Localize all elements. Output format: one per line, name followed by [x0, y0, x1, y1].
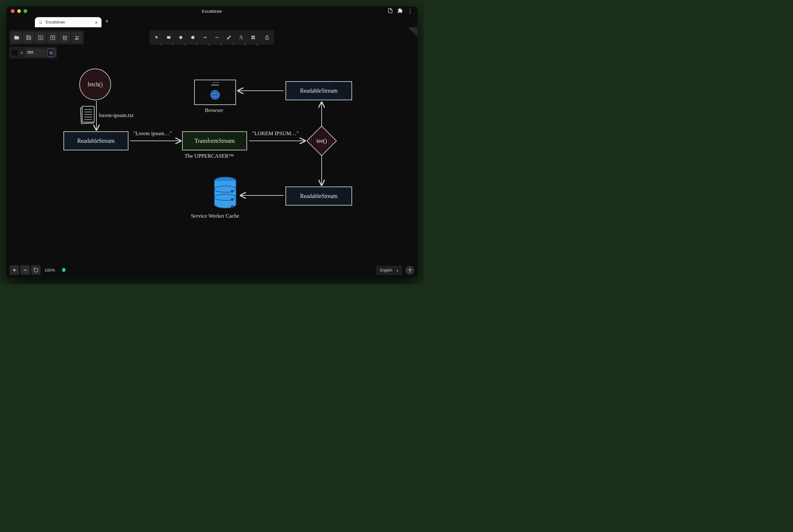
- svg-point-21: [231, 198, 233, 201]
- tab-close-button[interactable]: ×: [95, 20, 98, 25]
- node-fetch[interactable]: fetch(): [79, 69, 111, 100]
- collaborate-button[interactable]: [71, 32, 82, 43]
- svg-point-2: [76, 36, 77, 37]
- draw-tool[interactable]: 7: [224, 32, 234, 43]
- node-tee[interactable]: tee(): [306, 126, 337, 156]
- image-tool[interactable]: 9: [248, 32, 258, 43]
- label-browser: Browser: [205, 107, 223, 114]
- svg-rect-9: [252, 36, 253, 37]
- extension-icon[interactable]: [398, 8, 403, 15]
- svg-rect-5: [167, 36, 171, 39]
- tab-title: Excalidraw: [46, 20, 65, 24]
- window-titlebar: Excalidraw ⋮: [6, 6, 418, 16]
- shield-icon: [61, 267, 66, 272]
- export-button[interactable]: [47, 32, 58, 43]
- open-button[interactable]: [11, 32, 22, 43]
- file-icon-node[interactable]: [82, 106, 95, 122]
- svg-rect-10: [253, 36, 255, 37]
- maximize-window-button[interactable]: [23, 9, 27, 13]
- svg-rect-13: [266, 37, 268, 39]
- zoom-controls: 100%: [9, 265, 66, 275]
- new-tab-button[interactable]: +: [105, 18, 109, 25]
- help-button[interactable]: ?: [405, 266, 414, 275]
- tab-favicon-icon: [39, 20, 43, 24]
- svg-point-6: [191, 36, 195, 39]
- diagram-arrows: [6, 27, 418, 278]
- arrow-tool[interactable]: 5: [199, 32, 210, 43]
- zoom-out-button[interactable]: [20, 265, 30, 275]
- file-icon[interactable]: [388, 8, 393, 15]
- browser-tabbar: Excalidraw × +: [6, 16, 418, 27]
- browser-tab[interactable]: Excalidraw ×: [35, 17, 101, 27]
- label-uppercaser: The UPPERCASER™: [185, 153, 234, 159]
- svg-point-22: [231, 205, 233, 208]
- ellipse-tool[interactable]: 4: [188, 32, 198, 43]
- svg-rect-12: [253, 38, 255, 39]
- svg-point-3: [77, 36, 79, 37]
- clear-canvas-button[interactable]: [59, 32, 70, 43]
- diamond-tool[interactable]: 3: [175, 32, 186, 43]
- line-tool[interactable]: 6: [212, 32, 223, 43]
- node-readablestream-3[interactable]: ReadableStream: [286, 187, 352, 206]
- excalidraw-app: # 1 2 3: [6, 27, 418, 278]
- file-name-label: lorem-ipsum.txt: [99, 112, 134, 119]
- label-lorem-lower: "Lorem ipsum…": [133, 130, 172, 137]
- text-tool[interactable]: A 8: [236, 32, 247, 43]
- save-as-button[interactable]: [35, 32, 46, 43]
- rectangle-tool[interactable]: 2: [163, 32, 174, 43]
- svg-rect-11: [252, 38, 253, 39]
- language-select[interactable]: English: [376, 266, 402, 275]
- label-cache: Service Worker Cache: [191, 213, 239, 219]
- node-service-worker-cache[interactable]: [213, 176, 238, 212]
- zoom-level[interactable]: 100%: [42, 268, 57, 272]
- globe-icon: [210, 90, 220, 100]
- window-title: Excalidraw: [202, 9, 222, 14]
- svg-point-4: [51, 52, 52, 54]
- background-color-input[interactable]: [25, 49, 46, 57]
- node-transformstream[interactable]: TransformStream: [182, 131, 247, 150]
- footer-right: English ?: [376, 266, 414, 275]
- hash-label: #: [19, 51, 24, 55]
- minimize-window-button[interactable]: [17, 9, 21, 13]
- svg-point-1: [40, 23, 41, 23]
- node-readablestream-1[interactable]: ReadableStream: [63, 131, 129, 150]
- shape-toolbar: 1 2 3 4 5: [150, 31, 274, 44]
- zoom-in-button[interactable]: [9, 265, 19, 275]
- save-button[interactable]: [23, 32, 34, 43]
- drawing-canvas[interactable]: fetch() lorem-ipsum.txt ReadableStream "…: [6, 27, 418, 278]
- lock-tool[interactable]: [262, 32, 272, 43]
- background-color-swatch[interactable]: [11, 49, 18, 56]
- main-menu-toolbar: #: [9, 31, 84, 58]
- svg-point-20: [231, 190, 233, 193]
- selection-tool[interactable]: 1: [151, 32, 162, 43]
- traffic-lights: [11, 9, 27, 13]
- dark-mode-toggle[interactable]: [47, 49, 55, 57]
- app-window: Excalidraw ⋮ Excalidraw × +: [6, 6, 418, 278]
- label-lorem-upper: "LOREM IPSUM…": [252, 130, 299, 137]
- zoom-reset-button[interactable]: [31, 265, 41, 275]
- more-menu-icon[interactable]: ⋮: [407, 8, 413, 14]
- close-window-button[interactable]: [11, 9, 15, 13]
- corner-fold-icon[interactable]: [408, 27, 418, 37]
- node-readablestream-2[interactable]: ReadableStream: [286, 81, 352, 100]
- node-browser[interactable]: [194, 80, 236, 105]
